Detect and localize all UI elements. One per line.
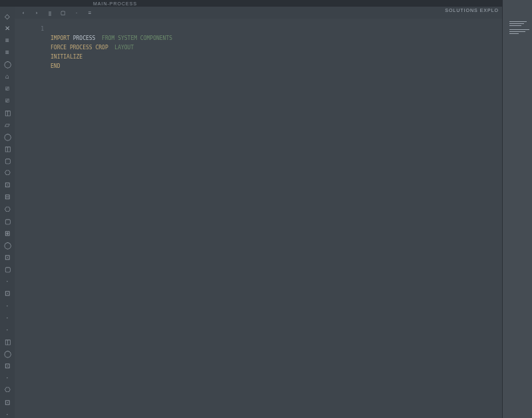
activity-icon-15[interactable]: ⊟ <box>3 193 12 201</box>
activity-icon-16[interactable]: ⎔ <box>3 205 12 213</box>
activity-icon-18[interactable]: ⊞ <box>3 229 12 237</box>
toolbar-button-3[interactable]: ▢ <box>60 9 66 16</box>
activity-icon-8[interactable]: ◫ <box>3 108 12 116</box>
code-line[interactable]: END <box>15 61 502 71</box>
activity-icon-30[interactable]: · <box>3 374 12 382</box>
file-name: MAIN-PROCESS <box>93 1 137 6</box>
line-number: 1 <box>15 26 51 32</box>
code-line[interactable]: FORCE PROCESS CROP LAYOUT <box>15 43 502 52</box>
code-line[interactable]: 1 <box>15 24 502 33</box>
activity-icon-32[interactable]: ⊡ <box>3 398 12 406</box>
activity-icon-14[interactable]: ⊡ <box>3 181 12 189</box>
minimap[interactable] <box>509 21 529 34</box>
editor-toolbar: ‹›||▢·≡ <box>15 7 502 19</box>
code-editor[interactable]: 1 IMPORT PROCESS FROM SYSTEM COMPONENTSF… <box>15 19 502 418</box>
activity-icon-6[interactable]: ⎚ <box>3 85 12 93</box>
code-line[interactable]: IMPORT PROCESS FROM SYSTEM COMPONENTS <box>15 33 502 43</box>
activity-icon-22[interactable]: · <box>3 278 12 286</box>
activity-bar: ◇✕≡≡◯⌂⎚⎚◫▱◯◫▢⎔⊡⊟⎔▢⊞◯⊡▢·⊡···◫◯⊡·⎔⊡· <box>0 7 15 418</box>
activity-icon-17[interactable]: ▢ <box>3 217 12 225</box>
activity-icon-33[interactable]: · <box>3 410 12 418</box>
toolbar-button-1[interactable]: › <box>33 9 40 16</box>
activity-icon-23[interactable]: ⊡ <box>3 290 12 298</box>
activity-icon-2[interactable]: ≡ <box>3 36 12 44</box>
activity-icon-26[interactable]: · <box>3 325 12 333</box>
activity-icon-19[interactable]: ◯ <box>3 241 12 249</box>
title-bar: MAIN-PROCESS <box>0 0 532 7</box>
activity-icon-5[interactable]: ⌂ <box>3 73 12 81</box>
activity-icon-13[interactable]: ⎔ <box>3 169 12 177</box>
activity-icon-28[interactable]: ◯ <box>3 350 12 358</box>
toolbar-button-4[interactable]: · <box>73 9 80 16</box>
activity-icon-31[interactable]: ⎔ <box>3 386 12 394</box>
toolbar-button-5[interactable]: ≡ <box>86 9 93 16</box>
activity-icon-3[interactable]: ≡ <box>3 48 12 56</box>
activity-icon-20[interactable]: ⊡ <box>3 254 12 262</box>
activity-icon-25[interactable]: · <box>3 314 12 321</box>
right-panel[interactable] <box>502 0 532 418</box>
code-text: END <box>51 63 63 69</box>
code-text: IMPORT PROCESS FROM SYSTEM COMPONENTS <box>51 35 172 41</box>
activity-icon-24[interactable]: · <box>3 302 12 310</box>
activity-icon-9[interactable]: ▱ <box>3 120 12 128</box>
activity-icon-10[interactable]: ◯ <box>3 132 12 140</box>
activity-icon-27[interactable]: ◫ <box>3 337 12 345</box>
toolbar-button-2[interactable]: || <box>47 9 53 16</box>
activity-icon-12[interactable]: ▢ <box>3 157 12 165</box>
activity-icon-1[interactable]: ✕ <box>3 24 12 32</box>
code-text <box>51 26 54 32</box>
toolbar-button-0[interactable]: ‹ <box>20 9 27 16</box>
code-line[interactable]: INITIALIZE <box>15 52 502 61</box>
activity-icon-4[interactable]: ◯ <box>3 61 12 69</box>
activity-icon-7[interactable]: ⎚ <box>3 97 12 104</box>
activity-icon-29[interactable]: ⊡ <box>3 362 12 370</box>
activity-icon-11[interactable]: ◫ <box>3 144 12 152</box>
code-text: FORCE PROCESS CROP LAYOUT <box>51 45 134 51</box>
activity-icon-0[interactable]: ◇ <box>3 12 12 20</box>
activity-icon-21[interactable]: ▢ <box>3 266 12 274</box>
code-text: INITIALIZE <box>51 54 86 60</box>
